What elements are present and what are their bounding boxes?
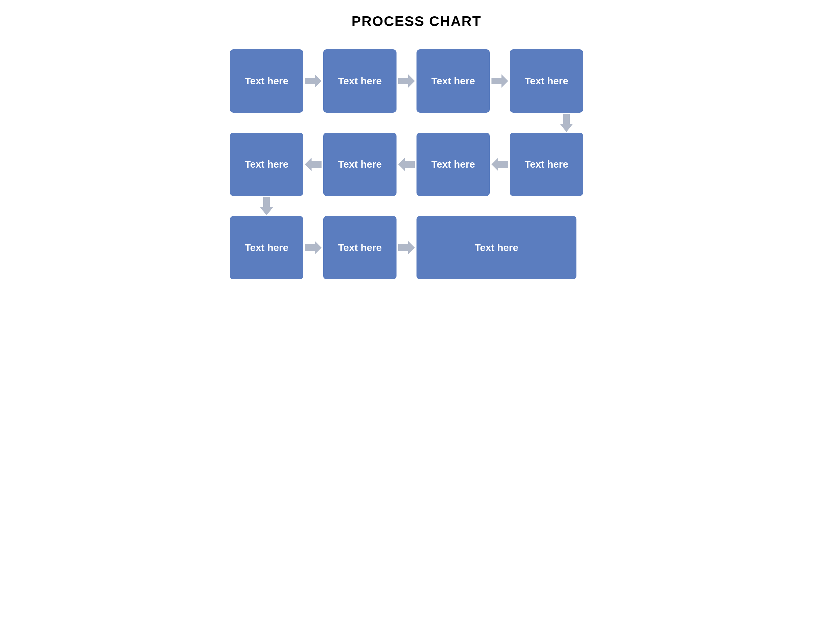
arrow-r3-1 [303, 241, 323, 254]
box-r3b3[interactable]: Text here [416, 216, 576, 279]
box-r1b4[interactable]: Text here [510, 49, 583, 113]
arrow-r2-2 [397, 158, 416, 171]
row-2: Text here Text here Text here [230, 133, 603, 196]
svg-marker-9 [398, 241, 415, 254]
box-r1b3[interactable]: Text here [416, 49, 490, 113]
box-r2b3[interactable]: Text here [416, 133, 490, 196]
down-arrow-left [230, 196, 603, 216]
page-container: PROCESS CHART Text here Text here [217, 13, 616, 279]
svg-marker-2 [492, 74, 508, 88]
svg-marker-7 [260, 197, 273, 215]
box-r3b2[interactable]: Text here [323, 216, 397, 279]
arrow-r1-2 [397, 74, 416, 88]
page-title: PROCESS CHART [217, 13, 616, 29]
row-1: Text here Text here Text here [230, 49, 603, 113]
box-r1b1[interactable]: Text here [230, 49, 303, 113]
box-r2b2[interactable]: Text here [323, 133, 397, 196]
box-r2b4[interactable]: Text here [510, 133, 583, 196]
down-arrow-right [230, 113, 603, 133]
box-r2b1[interactable]: Text here [230, 133, 303, 196]
svg-marker-1 [398, 74, 415, 88]
svg-marker-4 [305, 158, 322, 171]
chart-area: Text here Text here Text here [217, 49, 616, 279]
svg-marker-5 [398, 158, 415, 171]
box-r1b2[interactable]: Text here [323, 49, 397, 113]
row-3: Text here Text here Text here [230, 216, 603, 279]
arrow-r3-2 [397, 241, 416, 254]
arrow-r2-1 [303, 158, 323, 171]
svg-marker-3 [560, 114, 573, 132]
arrow-r2-3 [490, 158, 510, 171]
arrow-r1-1 [303, 74, 323, 88]
arrow-r1-3 [490, 74, 510, 88]
box-r3b1[interactable]: Text here [230, 216, 303, 279]
svg-marker-0 [305, 74, 322, 88]
svg-marker-8 [305, 241, 322, 254]
svg-marker-6 [492, 158, 508, 171]
